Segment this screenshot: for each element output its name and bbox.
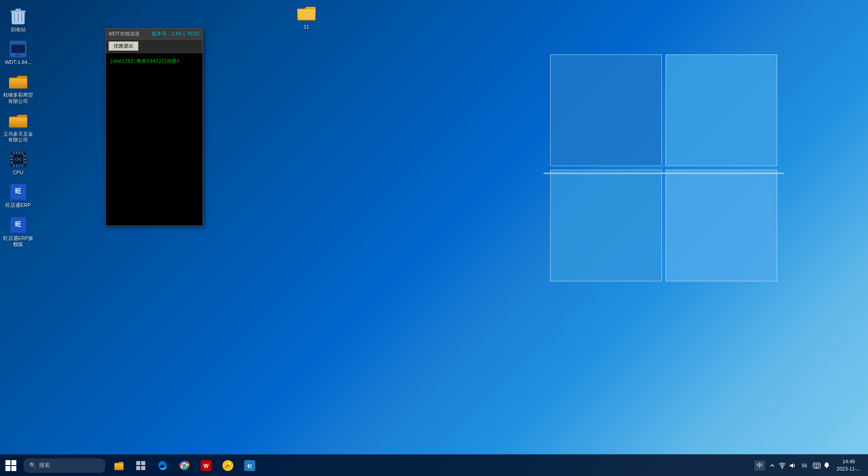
company2-icon [9,112,27,130]
svg-rect-46 [136,466,140,470]
svg-rect-14 [14,55,22,56]
svg-rect-59 [814,464,815,465]
svg-rect-16 [9,118,27,128]
win-pane-bl [550,170,662,281]
svg-rect-66 [826,466,828,467]
wdt-icon [9,40,27,58]
svg-rect-67 [826,467,827,468]
taskbar-blue-app[interactable]: 钉 [240,456,260,476]
company1-label: 桂绫多彩商贸有限公司 [2,92,35,104]
wps-icon: W [201,460,212,471]
taskbar-wps[interactable]: W [196,456,216,476]
notification-icon [823,462,830,469]
taskbar-pinned-apps: W 钉 [109,456,260,476]
wdt-button-row: 优雅退出 [106,39,202,53]
cpu-icon: CPU [9,150,27,168]
chrome-icon [179,460,190,471]
edge-icon [157,460,168,471]
erp-icon: 旺 [9,183,27,201]
windows-logo [550,54,777,281]
tray-chevron-up[interactable] [768,456,777,476]
company1-icon [9,73,27,91]
wdt-title: WDT在线信息 [108,30,140,37]
company2-label: 义乌多天五金有限公司 [2,131,35,143]
tray-network[interactable] [778,456,787,476]
taskbar-file-explorer[interactable] [109,456,129,476]
svg-text:W: W [203,463,209,469]
win-pane-tr [666,54,777,166]
taskbar: 🔍 搜索 [0,454,868,476]
network-icon [779,462,786,469]
ime-indicator[interactable]: 中 [755,461,765,471]
svg-rect-60 [816,464,817,465]
battery-text: 56 [802,463,807,468]
win-divider [543,172,784,174]
svg-text:钉: 钉 [247,464,252,469]
windows-start-icon [5,460,16,471]
start-button[interactable] [0,455,22,476]
win-pane-br [666,170,777,281]
keyboard-icon [813,462,821,469]
desktop: 11 回收站 [0,0,868,476]
tray-icons: 56 [768,456,831,476]
taskbar-edge[interactable] [153,456,173,476]
desktop-icon-recycle-bin[interactable]: 回收站 [0,5,36,35]
svg-rect-15 [9,79,27,88]
svg-rect-44 [136,461,140,465]
taskbar-bird-app[interactable] [218,456,238,476]
taskbar-chrome[interactable] [174,456,194,476]
blue-app-icon: 钉 [244,460,255,471]
svg-text:旺: 旺 [15,188,21,195]
wdt-graceful-exit-btn[interactable]: 优雅退出 [108,41,138,51]
speaker-icon [789,462,796,469]
svg-rect-5 [15,9,21,11]
recycle-bin-label: 回收站 [11,27,26,33]
cpu-label: CPU [13,170,23,176]
svg-rect-43 [114,463,123,470]
tray-battery[interactable]: 56 [798,456,811,476]
svg-rect-64 [818,466,819,466]
svg-rect-65 [815,467,819,468]
clock-date: 2023-11-... [837,466,861,472]
erp-label: 旺店通ERP [5,202,31,208]
tray-notification[interactable] [822,456,831,476]
chevron-up-icon [769,463,775,468]
desktop-icon-company1[interactable]: 桂绫多彩商贸有限公司 [0,70,36,107]
desktop-icon-erp[interactable]: 旺 旺店通ERP [0,180,36,211]
top-folder-label: 11 [304,24,309,30]
taskbar-task-view[interactable] [131,456,151,476]
svg-rect-12 [11,43,25,45]
desktop-icon-cpu[interactable]: CPU CPU [0,147,36,178]
desktop-icon-top-folder[interactable]: 11 [293,4,320,30]
wdt-log-text: juhe1292:晚多59472已连接√ [108,56,200,66]
wdt-label: WDT-1.84... [5,59,32,65]
taskbar-system-tray: 中 [755,456,868,476]
clock-time: 14:49 [843,458,855,465]
erp-demo-label: 旺店通ERP旗舰版 [2,236,35,247]
svg-rect-62 [814,466,815,466]
svg-rect-61 [818,464,819,465]
tray-speaker[interactable] [788,456,797,476]
tray-keyboard[interactable] [812,456,821,476]
system-clock[interactable]: 14:49 2023-11-... [833,456,864,476]
recycle-bin-icon [9,7,27,25]
bird-app-icon [222,460,233,471]
svg-rect-45 [141,461,145,465]
svg-rect-47 [141,466,145,470]
wdt-titlebar: WDT在线信息 版本号：1.84.1-TEST [106,29,202,39]
wdt-dialog: WDT在线信息 版本号：1.84.1-TEST 优雅退出 juhe1292:晚多… [105,28,203,226]
desktop-icon-erp-demo[interactable]: 旺 旺店通ERP旗舰版 [0,213,36,250]
win-pane-tl [550,54,662,166]
search-icon: 🔍 [29,462,36,469]
svg-text:CPU: CPU [15,158,22,162]
task-view-icon [136,461,146,471]
wdt-version: 版本号：1.84.1-TEST [152,30,200,37]
svg-point-50 [182,464,186,467]
desktop-icon-wdt[interactable]: WDT-1.84... [0,37,36,68]
svg-rect-63 [816,466,817,466]
taskbar-search[interactable]: 🔍 搜索 [24,458,105,473]
desktop-icon-company2[interactable]: 义乌多天五金有限公司 [0,109,36,146]
folder-icon [297,4,316,22]
svg-text:旺: 旺 [15,221,21,228]
svg-point-54 [228,463,230,465]
